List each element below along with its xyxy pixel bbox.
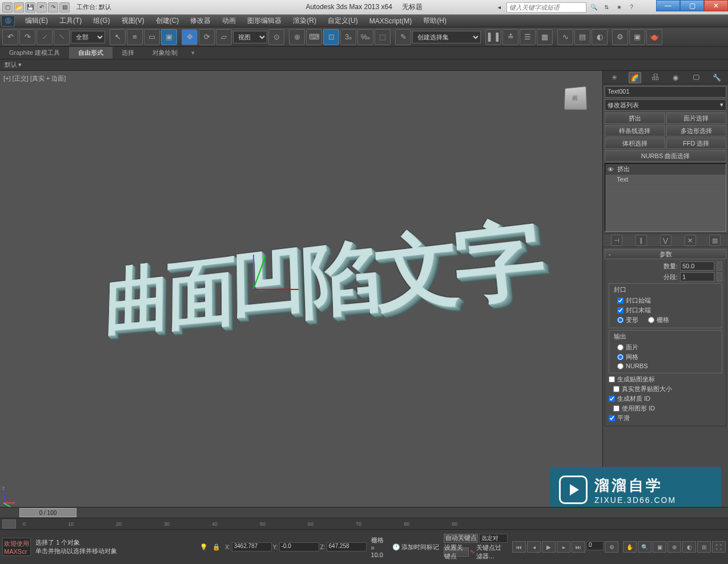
viewcube-face[interactable]: 前 bbox=[564, 86, 587, 110]
help-icon[interactable]: ? bbox=[626, 2, 637, 13]
viewcube[interactable]: 前 bbox=[559, 82, 591, 114]
modify-tab-icon[interactable]: 🌈 bbox=[629, 72, 641, 83]
mod-btn-poly-select[interactable]: 多边形选择 bbox=[666, 125, 727, 136]
viewport-label[interactable]: [+] [正交] [真实 + 边面] bbox=[3, 74, 66, 83]
real-world-checkbox[interactable] bbox=[613, 386, 620, 392]
key-icon[interactable]: ∿ bbox=[470, 548, 475, 555]
menu-rendering[interactable]: 渲染(R) bbox=[287, 15, 322, 27]
menu-create[interactable]: 创建(C) bbox=[150, 15, 185, 27]
max-toggle-button[interactable]: ⛶ bbox=[712, 541, 726, 553]
named-selection-sets[interactable]: 创建选择集 bbox=[412, 31, 481, 43]
amount-spinner[interactable]: 50.0 bbox=[680, 261, 714, 271]
output-mesh-radio[interactable] bbox=[617, 354, 624, 360]
link-button[interactable]: ⟋ bbox=[37, 29, 53, 45]
search-input[interactable] bbox=[506, 2, 586, 13]
transform-gizmo[interactable] bbox=[230, 266, 276, 312]
configure-sets-icon[interactable]: ▥ bbox=[709, 235, 721, 246]
mirror-button[interactable]: ▌▐ bbox=[485, 29, 501, 45]
mod-btn-nurbs-select[interactable]: NURBS 曲面选择 bbox=[605, 150, 726, 162]
qat-new-icon[interactable]: ▢ bbox=[2, 2, 13, 13]
spinner-snap-button[interactable]: ⬚ bbox=[375, 29, 391, 45]
grid-radio[interactable] bbox=[648, 317, 654, 323]
qat-save-icon[interactable]: 💾 bbox=[25, 2, 35, 13]
goto-start-button[interactable]: ⏮ bbox=[512, 541, 526, 553]
make-unique-icon[interactable]: ⋁ bbox=[660, 235, 671, 246]
ribbon-tab-freeform[interactable]: 自由形式 bbox=[69, 47, 112, 59]
menu-maxscript[interactable]: MAXScript(M) bbox=[364, 16, 418, 26]
window-crossing-button[interactable]: ▣ bbox=[161, 29, 177, 45]
hierarchy-tab-icon[interactable]: 品 bbox=[649, 72, 662, 83]
curve-editor-button[interactable]: ∿ bbox=[557, 29, 573, 45]
key-filters[interactable]: 关键点过滤器... bbox=[476, 543, 508, 561]
gen-map-checkbox[interactable] bbox=[609, 376, 615, 382]
menu-help[interactable]: 帮助(H) bbox=[417, 15, 452, 27]
show-end-result-icon[interactable]: ∥ bbox=[636, 235, 647, 246]
gen-mat-checkbox[interactable] bbox=[609, 396, 615, 402]
segments-spin-arrows[interactable] bbox=[717, 272, 722, 281]
qat-open-icon[interactable]: 📂 bbox=[14, 2, 24, 13]
pin-stack-icon[interactable]: ⊣ bbox=[611, 235, 622, 246]
align-button[interactable]: ≛ bbox=[502, 29, 518, 45]
utilities-tab-icon[interactable]: 🔧 bbox=[710, 72, 723, 83]
gizmo-x-axis[interactable] bbox=[253, 289, 299, 290]
workspace-selector[interactable]: 工作台: 默认 bbox=[77, 3, 111, 11]
mod-btn-ffd-select[interactable]: FFD 选择 bbox=[666, 138, 727, 149]
cap-start-checkbox[interactable] bbox=[617, 297, 624, 304]
menu-tools[interactable]: 工具(T) bbox=[54, 15, 87, 27]
menu-animation[interactable]: 动画 bbox=[216, 15, 242, 27]
unlink-button[interactable]: ⟍ bbox=[54, 29, 70, 45]
create-tab-icon[interactable]: ✳ bbox=[608, 72, 621, 83]
ribbon-toggle-button[interactable]: ▦ bbox=[537, 29, 553, 45]
stack-base-object[interactable]: Text bbox=[605, 175, 726, 184]
scale-button[interactable]: ▱ bbox=[216, 29, 232, 45]
render-button[interactable]: 🫖 bbox=[646, 29, 662, 45]
mod-btn-patch-select[interactable]: 面片选择 bbox=[666, 112, 727, 124]
select-object-button[interactable]: ↖ bbox=[110, 29, 126, 45]
fov-button[interactable]: ◐ bbox=[682, 541, 696, 553]
qat-undo-icon[interactable]: ↶ bbox=[37, 2, 47, 13]
output-nurbs-radio[interactable] bbox=[617, 363, 624, 369]
edit-named-sets-button[interactable]: ✎ bbox=[395, 29, 411, 45]
undo-button[interactable]: ↶ bbox=[2, 29, 18, 45]
gizmo-z-axis[interactable] bbox=[253, 255, 254, 289]
keyboard-shortcut-button[interactable]: ⌨ bbox=[306, 29, 322, 45]
material-editor-button[interactable]: ◐ bbox=[592, 29, 608, 45]
trackbar-config-icon[interactable] bbox=[2, 519, 16, 529]
maximize-button[interactable]: ▢ bbox=[680, 0, 704, 11]
close-button[interactable]: ✕ bbox=[704, 0, 728, 11]
selection-filter[interactable]: 全部 bbox=[71, 31, 105, 43]
menu-edit[interactable]: 编辑(E) bbox=[19, 15, 54, 27]
next-frame-button[interactable]: ▸ bbox=[557, 541, 570, 553]
x-coord[interactable]: 3462.787 bbox=[232, 542, 272, 551]
key-selection-box[interactable]: 选定对 bbox=[479, 534, 508, 543]
percent-snap-button[interactable]: %ₐ bbox=[357, 29, 373, 45]
ribbon-expand-icon[interactable]: ▾ bbox=[191, 49, 195, 57]
modifier-stack[interactable]: 👁 挤出 Text bbox=[605, 163, 726, 232]
z-coord[interactable]: 647.258 bbox=[327, 542, 367, 551]
segments-spinner[interactable]: 1 bbox=[680, 272, 714, 281]
smooth-checkbox[interactable] bbox=[609, 415, 615, 421]
mod-btn-vol-select[interactable]: 体积选择 bbox=[605, 138, 665, 149]
time-slider-handle[interactable]: 0 / 100 bbox=[19, 508, 77, 517]
rollout-header[interactable]: 参数 bbox=[605, 249, 726, 259]
lightbulb-icon[interactable]: 💡 bbox=[200, 543, 208, 551]
star-icon[interactable]: ★ bbox=[614, 2, 624, 13]
ref-coord-system[interactable]: 视图 bbox=[233, 31, 267, 43]
arc-rotate-button[interactable]: ⊕ bbox=[667, 541, 681, 553]
angle-snap-button[interactable]: 3ₐ bbox=[340, 29, 356, 45]
render-frame-button[interactable]: ▣ bbox=[629, 29, 645, 45]
add-time-tag[interactable]: 添加时间标记 bbox=[401, 543, 439, 551]
zoom-button[interactable]: 🔍 bbox=[638, 541, 651, 553]
rotate-button[interactable]: ⟳ bbox=[199, 29, 215, 45]
time-config-button[interactable]: ⚙ bbox=[605, 541, 618, 553]
play-button[interactable]: ▶ bbox=[542, 541, 556, 553]
use-shape-checkbox[interactable] bbox=[613, 405, 620, 412]
menu-modifiers[interactable]: 修改器 bbox=[184, 15, 216, 27]
track-bar[interactable]: 0 10 20 30 40 50 60 70 80 90 bbox=[0, 518, 728, 530]
mod-btn-extrude[interactable]: 挤出 bbox=[605, 112, 665, 124]
cap-end-checkbox[interactable] bbox=[617, 307, 624, 313]
object-name-field[interactable]: Text001 bbox=[605, 86, 726, 98]
layers-button[interactable]: ☰ bbox=[520, 29, 536, 45]
minimize-button[interactable]: — bbox=[656, 0, 680, 11]
current-frame-field[interactable]: 0 bbox=[586, 541, 604, 550]
